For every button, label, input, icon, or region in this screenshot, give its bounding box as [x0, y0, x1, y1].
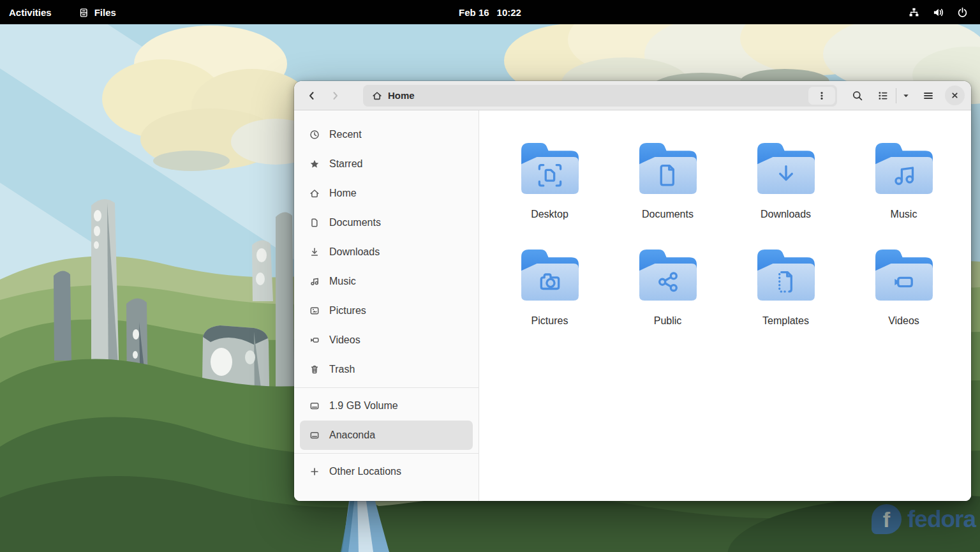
sidebar-item-label: Other Locations [329, 466, 401, 477]
plus-icon [309, 466, 320, 477]
drive-icon [309, 430, 320, 440]
sidebar-item-label: Music [329, 276, 356, 287]
download-icon [309, 247, 320, 257]
picture-icon [309, 306, 320, 316]
activities-button[interactable]: Activities [0, 0, 61, 24]
files-app-icon [78, 7, 89, 17]
sidebar-item-label: Recent [329, 129, 362, 140]
clock[interactable]: Feb 16 10:22 [426, 7, 554, 18]
menu-button[interactable] [917, 85, 940, 107]
view-options-button[interactable] [808, 87, 835, 105]
sidebar-item-label: Pictures [329, 305, 366, 317]
fedora-logo: f fedora [872, 504, 976, 534]
folder-name-label: Desktop [531, 209, 568, 220]
starred-icon [309, 159, 320, 169]
view-toggle-group [872, 85, 914, 107]
sidebar-item-label: Starred [329, 158, 362, 170]
folder-name-label: Documents [642, 209, 694, 220]
folder-templates[interactable]: Templates [727, 248, 845, 354]
folder-videos[interactable]: Videos [845, 248, 963, 354]
window-body: RecentStarredHomeDocumentsDownloadsMusic… [294, 110, 971, 501]
folder-public[interactable]: Public [609, 248, 727, 354]
top-bar: Activities Files Feb 16 10:22 [0, 0, 980, 24]
status-area [903, 2, 980, 22]
template-emblem [757, 248, 815, 305]
sidebar-separator [294, 453, 479, 454]
drive-icon [309, 401, 320, 411]
document-icon [309, 218, 320, 228]
folder-name-label: Pictures [531, 315, 568, 327]
desktop-screen: f fedora Activities Files Feb 16 10:22 [0, 0, 980, 552]
sidebar-item-videos[interactable]: Videos [300, 325, 473, 355]
home-icon [372, 91, 382, 101]
view-dropdown-button[interactable] [898, 85, 914, 107]
time-label: 10:22 [497, 7, 521, 18]
fedora-wordmark: fedora [907, 506, 976, 533]
headerbar: Home [294, 81, 971, 110]
sidebar-item-music[interactable]: Music [300, 267, 473, 296]
camera-emblem [521, 248, 579, 305]
folder-name-label: Downloads [761, 209, 811, 220]
sidebar-item-trash[interactable]: Trash [300, 355, 473, 384]
sidebar-item-anaconda[interactable]: Anaconda [300, 421, 473, 450]
file-grid: Desktop Documents Downloads Music Pictur… [479, 110, 971, 501]
folder-desktop[interactable]: Desktop [491, 141, 609, 248]
sidebar-item-label: Trash [329, 364, 355, 375]
sidebar-item-label: 1.9 GB Volume [329, 400, 398, 412]
power-icon[interactable] [952, 2, 972, 22]
close-button[interactable] [945, 86, 965, 105]
document-emblem [639, 141, 697, 198]
folder-documents[interactable]: Documents [609, 141, 727, 248]
network-icon[interactable] [903, 2, 924, 22]
folder-downloads[interactable]: Downloads [727, 141, 845, 248]
home-icon [309, 188, 320, 198]
list-view-button[interactable] [872, 85, 895, 107]
trash-icon [309, 364, 320, 375]
search-button[interactable] [846, 85, 869, 107]
folder-music[interactable]: Music [845, 141, 963, 248]
download-emblem [757, 141, 815, 198]
sidebar-item-recent[interactable]: Recent [300, 120, 473, 149]
folder-name-label: Public [654, 315, 682, 327]
date-label: Feb 16 [459, 7, 489, 18]
video-icon [309, 335, 320, 345]
folder-name-label: Videos [888, 315, 919, 327]
share-emblem [639, 248, 697, 305]
sidebar-item-label: Videos [329, 334, 360, 346]
sidebar-item-other-locations[interactable]: Other Locations [300, 457, 473, 486]
forward-button[interactable] [323, 85, 346, 107]
music-icon [309, 276, 320, 287]
current-location-label: Home [388, 90, 415, 101]
split-divider [896, 88, 896, 103]
music-emblem [875, 141, 933, 198]
sidebar-item-label: Documents [329, 217, 381, 228]
focused-app-menu[interactable]: Files [78, 7, 116, 18]
video-emblem [875, 248, 933, 305]
sidebar-item-label: Downloads [329, 246, 380, 258]
sidebar-item-documents[interactable]: Documents [300, 208, 473, 237]
sidebar-item-label: Home [329, 188, 357, 199]
sidebar-separator [294, 387, 479, 388]
sidebar-item-starred[interactable]: Starred [300, 149, 473, 179]
path-bar[interactable]: Home [363, 85, 837, 107]
folder-name-label: Templates [762, 315, 809, 327]
back-button[interactable] [301, 85, 323, 107]
folder-name-label: Music [891, 209, 917, 220]
fedora-mark-icon: f [872, 504, 902, 534]
sidebar: RecentStarredHomeDocumentsDownloadsMusic… [294, 110, 479, 501]
app-name-label: Files [94, 7, 116, 18]
folder-pictures[interactable]: Pictures [491, 248, 609, 354]
sidebar-item-pictures[interactable]: Pictures [300, 296, 473, 325]
sidebar-item-label: Anaconda [329, 429, 375, 441]
sidebar-item-home[interactable]: Home [300, 179, 473, 208]
sidebar-item-downloads[interactable]: Downloads [300, 237, 473, 267]
desktop-emblem [521, 141, 579, 198]
volume-icon[interactable] [928, 2, 948, 22]
files-window: Home [294, 81, 971, 501]
sidebar-item-1-9-gb-volume[interactable]: 1.9 GB Volume [300, 391, 473, 421]
recent-icon [309, 130, 320, 140]
